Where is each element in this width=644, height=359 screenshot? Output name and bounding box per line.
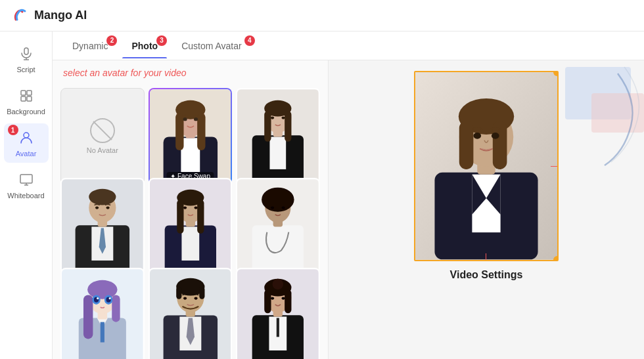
- svg-point-84: [183, 297, 187, 300]
- svg-point-74: [109, 297, 111, 299]
- tab-custom-avatar-label: Custom Avatar: [181, 41, 242, 51]
- svg-rect-94: [285, 289, 291, 313]
- sidebar-item-whiteboard[interactable]: Whiteboard: [4, 165, 49, 205]
- svg-rect-26: [270, 137, 287, 169]
- svg-rect-82: [176, 287, 181, 299]
- sidebar-item-whiteboard-label: Whiteboard: [7, 192, 44, 200]
- svg-rect-8: [20, 175, 32, 183]
- person-icon: [17, 129, 35, 147]
- avatar-man1-image: [62, 179, 143, 273]
- svg-rect-93: [265, 289, 271, 313]
- svg-rect-54: [252, 225, 304, 272]
- tabs-bar: 2 Dynamic 3 Photo 4 Custom Avatar: [53, 32, 644, 60]
- svg-point-57: [262, 188, 294, 212]
- tab-dynamic[interactable]: 2 Dynamic: [63, 34, 117, 58]
- tab-photo-badge: 3: [156, 35, 167, 46]
- svg-rect-63: [101, 322, 104, 343]
- svg-point-97: [282, 297, 285, 300]
- tab-custom-avatar[interactable]: 4 Custom Avatar: [172, 34, 255, 58]
- logo-area: Mango AI: [11, 7, 87, 25]
- svg-point-33: [282, 117, 285, 119]
- svg-rect-30: [265, 111, 271, 141]
- preview-frame: [414, 71, 559, 261]
- avatar-cell-doctor[interactable]: [236, 178, 320, 274]
- avatar-cell-no-avatar[interactable]: No Avatar: [60, 88, 145, 184]
- svg-point-67: [87, 280, 117, 299]
- grid-icon: [17, 87, 35, 105]
- svg-point-22: [183, 117, 187, 121]
- svg-point-110: [492, 133, 499, 139]
- svg-rect-20: [175, 113, 183, 150]
- svg-point-59: [282, 207, 285, 209]
- avatar-woman3-image: [150, 179, 231, 273]
- avatar-woman2-image: [237, 89, 319, 183]
- avatar-cell-woman1-selected[interactable]: ✦ Face Swap: [149, 88, 233, 184]
- tab-dynamic-badge: 2: [106, 35, 117, 46]
- avatar-select-label: select an avatar for your video: [63, 68, 187, 78]
- mango-logo-icon: [11, 7, 29, 25]
- tab-dynamic-label: Dynamic: [72, 41, 108, 51]
- preview-line-v: [486, 253, 486, 261]
- svg-point-7: [24, 133, 29, 138]
- svg-rect-4: [27, 91, 32, 95]
- avatar-grid: No Avatar: [53, 83, 328, 359]
- svg-rect-68: [112, 295, 120, 322]
- svg-rect-21: [197, 113, 205, 150]
- preview-dot-br: [553, 256, 559, 261]
- svg-point-73: [97, 297, 99, 299]
- svg-point-41: [95, 207, 99, 209]
- avatar-cell-woman2[interactable]: [236, 88, 320, 184]
- svg-rect-50: [197, 200, 204, 234]
- avatar-woman4-image: [237, 269, 319, 359]
- avatar-cell-anime[interactable]: [60, 268, 145, 359]
- svg-point-42: [106, 207, 109, 209]
- svg-rect-83: [199, 287, 204, 299]
- svg-rect-107: [459, 121, 474, 169]
- panel-row: select an avatar for your video No Avata…: [53, 60, 644, 359]
- svg-point-23: [194, 117, 198, 121]
- sidebar-item-avatar-label: Avatar: [16, 150, 37, 158]
- avatar-panel-header: select an avatar for your video: [53, 60, 328, 83]
- preview-panel: Video Settings: [329, 60, 644, 359]
- sidebar-item-background[interactable]: Background: [4, 81, 49, 121]
- svg-point-32: [271, 117, 274, 119]
- svg-rect-5: [21, 96, 26, 101]
- avatar-cell-woman4[interactable]: [236, 268, 320, 359]
- avatar-cell-woman3[interactable]: [149, 178, 233, 274]
- svg-rect-31: [285, 111, 291, 141]
- svg-point-109: [473, 133, 481, 139]
- svg-rect-0: [24, 48, 28, 54]
- content-area: 2 Dynamic 3 Photo 4 Custom Avatar select…: [53, 32, 644, 359]
- avatar-cell-man2[interactable]: [149, 268, 233, 359]
- avatar-doctor-image: [237, 179, 319, 273]
- whiteboard-icon: [17, 171, 35, 189]
- svg-point-85: [194, 297, 197, 300]
- tab-photo-label: Photo: [131, 41, 158, 51]
- video-settings-label: Video Settings: [450, 269, 523, 281]
- svg-line-12: [93, 121, 112, 140]
- svg-rect-89: [277, 318, 279, 337]
- bg-shape-pink: [591, 93, 644, 133]
- tab-photo[interactable]: 3 Photo: [122, 34, 167, 58]
- sidebar-item-script-label: Script: [16, 66, 35, 74]
- tab-custom-avatar-badge: 4: [244, 35, 255, 46]
- mic-icon: [17, 45, 35, 63]
- avatar-cell-man1[interactable]: [60, 178, 145, 274]
- sidebar-item-script[interactable]: Script: [4, 39, 49, 79]
- sidebar-item-background-label: Background: [7, 108, 45, 116]
- logo-text: Mango AI: [34, 9, 87, 22]
- avatar-woman1-image: [150, 89, 231, 183]
- no-avatar-label: No Avatar: [87, 146, 118, 154]
- svg-rect-49: [177, 200, 183, 234]
- main-layout: Script Background 1 Av: [0, 32, 644, 359]
- svg-point-51: [183, 207, 187, 209]
- svg-rect-66: [83, 295, 93, 339]
- header: Mango AI: [0, 0, 644, 32]
- sidebar-item-avatar[interactable]: 1 Avatar: [4, 123, 49, 163]
- avatar-man2-image: [150, 269, 231, 359]
- svg-rect-3: [21, 91, 26, 95]
- svg-point-95: [273, 279, 283, 289]
- avatar-panel: select an avatar for your video No Avata…: [53, 60, 329, 359]
- svg-rect-6: [27, 96, 32, 101]
- sidebar: Script Background 1 Av: [0, 32, 53, 359]
